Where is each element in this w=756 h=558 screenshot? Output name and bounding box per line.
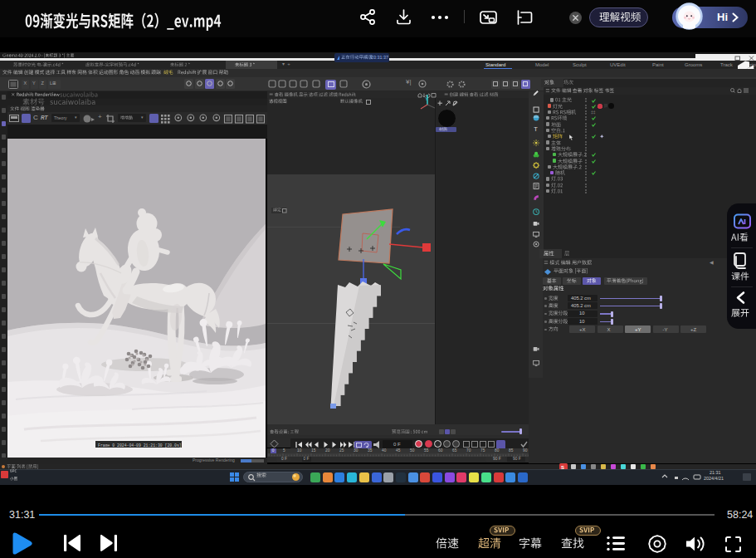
svg-text:Frame 0 2024-04-09 21:21:30 [: Frame 0 2024-04-09 21:21:30 [20.0s] (98, 443, 182, 448)
svg-text:Y: Y (425, 96, 428, 101)
svg-text:T: T (534, 125, 538, 132)
